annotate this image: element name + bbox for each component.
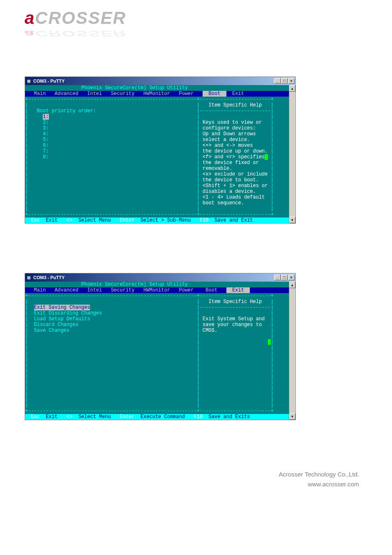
brand-logo: aCROSSER aCROSSER — [25, 8, 367, 44]
maximize-button[interactable]: □ — [281, 78, 288, 84]
tab-boot[interactable]: Boot — [205, 287, 217, 293]
minimize-button[interactable]: _ — [274, 78, 281, 84]
tab-main[interactable]: Main — [34, 91, 46, 97]
footer-bar: Esc Exit <> Select Menu Enter Select > S… — [25, 217, 289, 223]
boot-heading: Boot priority order: — [37, 108, 96, 114]
divider-top: +---------------------------------------… — [25, 293, 274, 299]
close-button[interactable]: × — [288, 78, 295, 84]
terminal-exit[interactable]: Phoenix SecureCore(tm) Setup Utility Mai… — [25, 282, 289, 420]
page-footer: Acrosser Technology Co.,Ltd. www.acrosse… — [25, 469, 367, 489]
tab-advanced[interactable]: Advanced — [55, 287, 78, 293]
cursor — [265, 154, 267, 160]
putty-icon: ⊞ — [26, 275, 32, 280]
bios-title: Phoenix SecureCore(tm) Setup Utility — [25, 282, 289, 287]
boot-item-1[interactable]: 1: — [43, 114, 48, 120]
boot-item-3[interactable]: 3: — [43, 125, 48, 131]
tab-security[interactable]: Security — [111, 287, 135, 293]
menu-bar[interactable]: Main Advanced Intel Security HWMonitor P… — [25, 91, 289, 97]
bios-title: Phoenix SecureCore(tm) Setup Utility — [25, 85, 289, 91]
tab-power[interactable]: Power — [179, 91, 194, 97]
company-name: Acrosser Technology Co.,Ltd. — [25, 469, 359, 479]
boot-item-7[interactable]: 7: — [43, 148, 48, 154]
window-title: COM3 - PuTTY — [33, 79, 274, 83]
putty-window-exit: ⊞ COM3 - PuTTY _ □ × Phoenix SecureCore(… — [25, 273, 296, 420]
scroll-down-button[interactable]: ▾ — [289, 413, 295, 420]
boot-item-8[interactable]: 8: — [43, 154, 48, 160]
tab-exit[interactable]: Exit — [232, 91, 244, 97]
scrollbar[interactable]: ▴ ▾ — [289, 85, 295, 223]
help-header: Item Specific Help — [208, 102, 262, 108]
help-header: Item Specific Help — [208, 299, 262, 305]
terminal-boot[interactable]: Phoenix SecureCore(tm) Setup Utility Mai… — [25, 85, 289, 223]
scrollbar[interactable]: ▴ ▾ — [289, 282, 295, 420]
divider-bottom: +---------------------------------------… — [25, 212, 274, 217]
divider-bottom: +---------------------------------------… — [25, 408, 274, 414]
load-defaults[interactable]: Load Setup Defaults — [34, 316, 90, 322]
putty-window-boot: ⊞ COM3 - PuTTY _ □ × Phoenix SecureCore(… — [25, 76, 296, 224]
scroll-up-button[interactable]: ▴ — [289, 282, 295, 288]
boot-item-2[interactable]: 2: — [43, 120, 48, 125]
titlebar[interactable]: ⊞ COM3 - PuTTY _ □ × — [25, 77, 295, 85]
boot-item-4[interactable]: 4: — [43, 131, 48, 137]
window-title: COM3 - PuTTY — [33, 275, 274, 280]
tab-security[interactable]: Security — [111, 91, 135, 97]
maximize-button[interactable]: □ — [281, 275, 288, 280]
minimize-button[interactable]: _ — [274, 275, 281, 280]
tab-hwmonitor[interactable]: HWMonitor — [143, 91, 170, 97]
divider-top: +---------------------------------------… — [25, 97, 274, 102]
tab-hwmonitor[interactable]: HWMonitor — [143, 287, 170, 293]
tab-exit[interactable]: Exit — [226, 287, 250, 293]
titlebar[interactable]: ⊞ COM3 - PuTTY _ □ × — [25, 273, 295, 282]
putty-icon: ⊞ — [26, 78, 32, 84]
tab-intel[interactable]: Intel — [87, 91, 102, 97]
footer-bar: Esc Exit <> Select Menu Enter Execute Co… — [25, 414, 289, 420]
exit-saving[interactable]: Exit Saving Changes — [34, 305, 90, 310]
exit-discarding[interactable]: Exit Discarding Changes — [34, 310, 102, 316]
scroll-down-button[interactable]: ▾ — [289, 217, 295, 223]
tab-advanced[interactable]: Advanced — [55, 91, 78, 97]
close-button[interactable]: × — [288, 275, 295, 280]
cursor — [268, 339, 271, 345]
discard-changes[interactable]: Discard Changes — [34, 322, 78, 328]
scroll-track[interactable] — [289, 92, 295, 217]
boot-item-6[interactable]: 6: — [43, 143, 48, 148]
logo-letter: a — [25, 8, 35, 28]
menu-bar[interactable]: Main Advanced Intel Security HWMonitor P… — [25, 287, 289, 293]
tab-power[interactable]: Power — [179, 287, 194, 293]
logo-rest: CROSSER — [35, 8, 126, 28]
scroll-track[interactable] — [289, 288, 295, 413]
company-url: www.acrosser.com — [25, 479, 359, 489]
save-changes[interactable]: Save Changes — [34, 328, 69, 333]
tab-intel[interactable]: Intel — [87, 287, 102, 293]
boot-item-5[interactable]: 5: — [43, 137, 48, 143]
tab-boot[interactable]: Boot — [203, 91, 226, 97]
tab-main[interactable]: Main — [34, 287, 46, 293]
scroll-up-button[interactable]: ▴ — [289, 85, 295, 92]
